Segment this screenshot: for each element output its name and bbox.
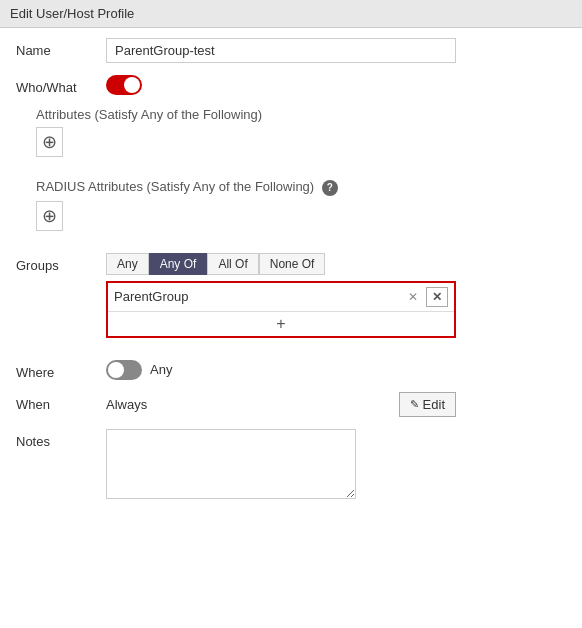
where-row: Where Any bbox=[16, 360, 566, 380]
attributes-add-btn[interactable]: ⊕ bbox=[36, 127, 63, 157]
groups-tabs: Any Any Of All Of None Of bbox=[106, 253, 566, 275]
pencil-icon: ✎ bbox=[410, 398, 419, 411]
radius-section: RADIUS Attributes (Satisfy Any of the Fo… bbox=[16, 179, 566, 231]
page-header: Edit User/Host Profile bbox=[0, 0, 582, 28]
when-edit-label: Edit bbox=[423, 397, 445, 412]
radius-label: RADIUS Attributes (Satisfy Any of the Fo… bbox=[36, 179, 338, 196]
who-what-label: Who/What bbox=[16, 75, 106, 95]
groups-row: Groups Any Any Of All Of None Of ParentG… bbox=[16, 253, 566, 338]
when-row-content: Always ✎ Edit bbox=[106, 392, 456, 417]
groups-add-plus-icon: + bbox=[276, 315, 285, 332]
radius-help-icon[interactable]: ? bbox=[322, 180, 338, 196]
groups-tab-all-of[interactable]: All Of bbox=[207, 253, 258, 275]
when-content: Always ✎ Edit bbox=[106, 392, 566, 417]
notes-content bbox=[106, 429, 566, 502]
groups-add-row[interactable]: + bbox=[108, 311, 454, 336]
groups-content: Any Any Of All Of None Of ParentGroup ✕ … bbox=[106, 253, 566, 338]
groups-tab-none-of[interactable]: None Of bbox=[259, 253, 326, 275]
name-field-wrap bbox=[106, 38, 566, 63]
radius-plus-icon: ⊕ bbox=[42, 207, 57, 225]
groups-remove-btn[interactable]: ✕ bbox=[426, 287, 448, 307]
groups-label: Groups bbox=[16, 253, 106, 273]
where-toggle-wrap: Any bbox=[106, 360, 566, 380]
who-what-toggle-wrap bbox=[106, 75, 566, 95]
when-label: When bbox=[16, 392, 106, 412]
groups-tab-any[interactable]: Any bbox=[106, 253, 149, 275]
who-what-row: Who/What bbox=[16, 75, 566, 95]
page-title: Edit User/Host Profile bbox=[10, 6, 134, 21]
attributes-label: Attributes (Satisfy Any of the Following… bbox=[36, 107, 262, 122]
groups-entry-box: ParentGroup ✕ ✕ + bbox=[106, 281, 456, 338]
where-any-label: Any bbox=[150, 362, 172, 377]
groups-entry-row: ParentGroup ✕ ✕ bbox=[108, 283, 454, 311]
groups-entry-tag: ParentGroup bbox=[114, 289, 400, 304]
who-what-toggle[interactable] bbox=[106, 75, 142, 95]
where-label: Where bbox=[16, 360, 106, 380]
name-row: Name bbox=[16, 38, 566, 63]
notes-label: Notes bbox=[16, 429, 106, 449]
where-toggle[interactable] bbox=[106, 360, 142, 380]
when-row: When Always ✎ Edit bbox=[16, 392, 566, 417]
attributes-section: Attributes (Satisfy Any of the Following… bbox=[16, 107, 566, 157]
radius-add-btn[interactable]: ⊕ bbox=[36, 201, 63, 231]
attributes-plus-icon: ⊕ bbox=[42, 133, 57, 151]
notes-row: Notes bbox=[16, 429, 566, 502]
form-body: Name Who/What Attributes (Satisfy Any of… bbox=[0, 28, 582, 524]
where-content: Any bbox=[106, 360, 566, 380]
notes-textarea[interactable] bbox=[106, 429, 356, 499]
name-input[interactable] bbox=[106, 38, 456, 63]
when-value: Always bbox=[106, 397, 147, 412]
groups-tab-any-of[interactable]: Any Of bbox=[149, 253, 208, 275]
when-edit-btn[interactable]: ✎ Edit bbox=[399, 392, 456, 417]
groups-clear-tag-icon[interactable]: ✕ bbox=[404, 289, 422, 305]
name-label: Name bbox=[16, 38, 106, 58]
who-what-content bbox=[106, 75, 566, 95]
